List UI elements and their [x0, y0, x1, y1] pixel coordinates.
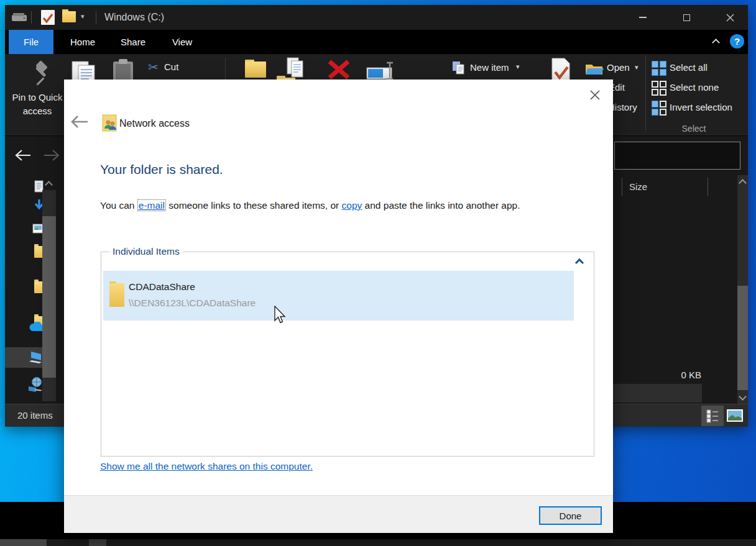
status-item-count: 20 items [17, 410, 53, 421]
column-divider[interactable] [622, 178, 622, 196]
ribbon-tabs: File Home Share View ? [5, 30, 748, 54]
open-icon[interactable] [585, 62, 604, 76]
dialog-title: Network access [119, 118, 190, 129]
network-access-dialog: Network access Your folder is shared. Yo… [64, 80, 613, 533]
group-label: Individual Items [109, 246, 183, 257]
maximize-button[interactable] [672, 5, 701, 30]
tab-share-label: Share [121, 37, 145, 47]
shared-item-path: \\DEN36123L\CDADataShare [129, 298, 256, 309]
collapse-ribbon-icon[interactable] [706, 34, 725, 51]
file-size-value: 0 KB [633, 370, 701, 380]
nav-forward-icon[interactable] [44, 150, 60, 161]
tree-scrollbar-thumb[interactable] [42, 216, 56, 378]
body-suffix: and paste the links into another app. [362, 200, 520, 211]
done-button[interactable]: Done [539, 506, 602, 525]
select-all-icon[interactable] [652, 61, 666, 76]
divider [96, 11, 96, 24]
pin-icon[interactable] [26, 60, 53, 89]
dialog-heading: Your folder is shared. [100, 162, 223, 177]
details-view-icon [706, 409, 719, 423]
column-header-size[interactable]: Size [629, 181, 647, 192]
pin-to-quick-access-button[interactable]: Pin to Quick access [5, 91, 70, 118]
open-caret-icon[interactable]: ▾ [635, 63, 638, 71]
details-view-button[interactable] [701, 406, 724, 426]
mouse-cursor [274, 306, 287, 324]
tab-home[interactable]: Home [62, 30, 103, 54]
open-button-label[interactable]: Open [607, 62, 630, 73]
close-button[interactable] [716, 5, 744, 30]
body-mid: someone links to these shared items, or [166, 200, 342, 211]
column-divider[interactable] [708, 178, 708, 196]
cut-button-label[interactable]: Cut [164, 61, 178, 72]
shared-folder-icon [109, 283, 124, 307]
select-none-button-label[interactable]: Select none [670, 82, 719, 93]
qat-caret-icon[interactable]: ▾ [81, 12, 85, 20]
select-group-label: Select [650, 124, 737, 134]
tab-file[interactable]: File [9, 30, 53, 54]
taskbar-segment[interactable] [89, 539, 106, 546]
collapse-group-icon[interactable] [573, 256, 586, 267]
minimize-button[interactable] [629, 5, 657, 30]
show-all-shares-link[interactable]: Show me all the network shares on this c… [100, 461, 313, 472]
invert-selection-button-label[interactable]: Invert selection [670, 102, 732, 112]
new-item-button-label[interactable]: New item [470, 62, 509, 73]
select-all-button-label[interactable]: Select all [670, 62, 708, 73]
tree-scroll-up-icon[interactable] [44, 180, 53, 189]
dialog-close-icon[interactable] [584, 84, 606, 106]
window-title: Windows (C:) [104, 5, 164, 30]
dialog-footer [64, 495, 613, 533]
email-link[interactable]: e-mail [137, 199, 166, 211]
tab-share[interactable]: Share [112, 30, 154, 54]
network-access-icon [101, 114, 118, 132]
taskbar[interactable] [0, 539, 756, 546]
copy-link[interactable]: copy [342, 200, 362, 211]
tab-file-label: File [24, 37, 39, 47]
tab-home-label: Home [70, 37, 95, 47]
divider [31, 11, 32, 24]
select-none-icon[interactable] [652, 81, 666, 96]
divider [645, 55, 646, 131]
search-input[interactable] [614, 142, 740, 170]
navigation-pane [5, 173, 64, 404]
copy-to-pages-icon [286, 57, 306, 80]
thumbnail-view-button[interactable] [725, 407, 745, 424]
scroll-up-icon[interactable] [737, 178, 748, 188]
dialog-back-icon[interactable] [71, 116, 88, 128]
file-list-scrollbar-thumb[interactable] [737, 286, 748, 390]
help-icon[interactable]: ? [730, 34, 744, 48]
shared-item-row[interactable]: CDADataShare \\DEN36123L\CDADataShare [103, 271, 574, 321]
new-item-caret-icon[interactable]: ▾ [516, 63, 520, 71]
rename-icon[interactable] [366, 59, 395, 81]
nav-back-icon[interactable] [15, 150, 31, 161]
cut-icon[interactable]: ✂ [148, 60, 159, 75]
tab-view[interactable]: View [163, 30, 201, 54]
body-prefix: You can [100, 200, 137, 211]
title-bar: ▾ Windows (C:) [5, 5, 748, 30]
shared-item-name: CDADataShare [129, 281, 195, 293]
drive-icon [11, 11, 27, 24]
tab-view-label: View [172, 37, 192, 47]
thumbnail-view-icon [726, 409, 744, 422]
file-row[interactable] [612, 384, 702, 403]
invert-selection-icon[interactable] [652, 101, 666, 116]
dialog-body-text: You can e-mail someone links to these sh… [100, 200, 597, 211]
move-to-icon[interactable] [245, 61, 266, 78]
scroll-down-icon[interactable] [737, 391, 748, 401]
taskbar-segment[interactable] [0, 539, 47, 546]
qat-new-folder-icon[interactable] [62, 11, 76, 22]
new-item-icon[interactable] [452, 60, 467, 75]
qat-properties-icon[interactable] [41, 10, 55, 25]
delete-icon[interactable] [326, 59, 352, 80]
